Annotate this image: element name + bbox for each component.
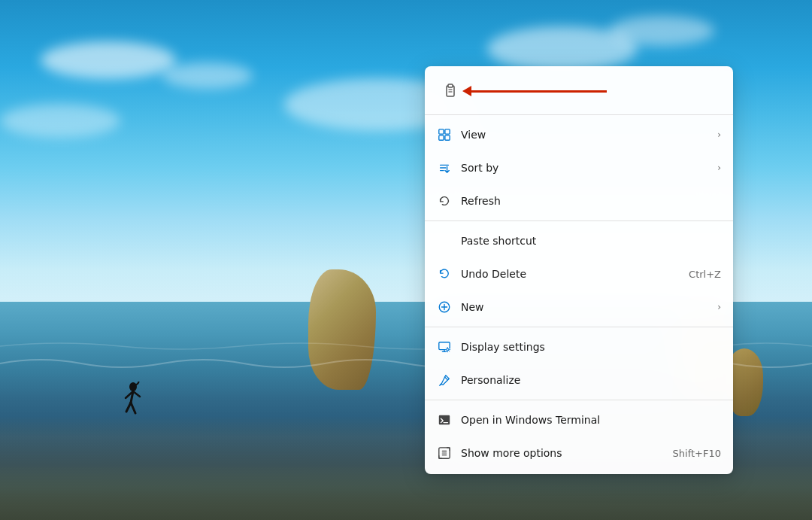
grid-icon xyxy=(437,127,452,142)
svg-rect-26 xyxy=(439,415,450,425)
menu-item-undo[interactable]: Undo Delete Ctrl+Z xyxy=(425,257,733,290)
clipboard-icon-btn[interactable] xyxy=(437,77,464,104)
menu-item-personalize[interactable]: Personalize xyxy=(425,363,733,397)
menu-item-sort[interactable]: Sort by › xyxy=(425,151,733,184)
menu-top-icons xyxy=(425,71,733,111)
arrow-head xyxy=(462,86,471,96)
menu-item-terminal[interactable]: Open in Windows Terminal xyxy=(425,403,733,436)
personalize-label: Personalize xyxy=(461,374,721,386)
cloud xyxy=(41,41,176,79)
sort-icon xyxy=(437,160,452,175)
refresh-label: Refresh xyxy=(461,195,721,207)
sort-label: Sort by xyxy=(461,162,702,174)
undo-label: Undo Delete xyxy=(461,268,680,280)
arrow-line xyxy=(471,90,607,93)
expand-icon xyxy=(437,445,452,461)
menu-item-display[interactable]: Display settings xyxy=(425,330,733,363)
menu-item-show-more[interactable]: Show more options Shift+F10 xyxy=(425,436,733,470)
svg-rect-7 xyxy=(448,84,453,87)
display-icon xyxy=(437,339,452,354)
new-label: New xyxy=(461,301,702,313)
paste-shortcut-label: Paste shortcut xyxy=(461,235,721,247)
svg-rect-10 xyxy=(439,129,444,134)
show-more-shortcut: Shift+F10 xyxy=(673,448,721,459)
cloud xyxy=(162,62,253,89)
svg-line-2 xyxy=(126,403,131,412)
display-label: Display settings xyxy=(461,341,721,353)
terminal-icon xyxy=(437,412,452,427)
menu-item-view[interactable]: View › xyxy=(425,118,733,151)
svg-line-5 xyxy=(133,391,140,397)
menu-item-new[interactable]: New › xyxy=(425,290,733,324)
cloud xyxy=(0,104,120,138)
divider1 xyxy=(425,220,733,221)
cloud xyxy=(609,16,714,46)
svg-line-3 xyxy=(131,403,135,413)
undo-shortcut: Ctrl+Z xyxy=(689,269,721,280)
sort-arrow: › xyxy=(717,163,721,173)
paste-shortcut-icon xyxy=(437,233,452,248)
refresh-icon xyxy=(437,193,452,208)
divider2 xyxy=(425,327,733,327)
divider-top xyxy=(425,114,733,115)
svg-rect-13 xyxy=(445,135,450,140)
new-icon xyxy=(437,300,452,315)
divider3 xyxy=(425,400,733,400)
svg-rect-11 xyxy=(445,129,450,134)
runner-silhouette xyxy=(122,382,144,427)
menu-item-paste-shortcut[interactable]: Paste shortcut xyxy=(425,224,733,257)
menu-item-refresh[interactable]: Refresh xyxy=(425,184,733,217)
terminal-label: Open in Windows Terminal xyxy=(461,414,721,426)
svg-point-0 xyxy=(129,382,137,391)
show-more-label: Show more options xyxy=(461,447,664,459)
svg-rect-12 xyxy=(439,135,444,140)
view-label: View xyxy=(461,129,702,141)
red-arrow xyxy=(462,86,607,96)
undo-icon xyxy=(437,266,452,281)
brush-icon xyxy=(437,373,452,388)
context-menu: View › Sort by › Refresh Paste shortcut xyxy=(425,66,733,474)
view-arrow: › xyxy=(717,129,721,140)
new-arrow: › xyxy=(717,302,721,312)
